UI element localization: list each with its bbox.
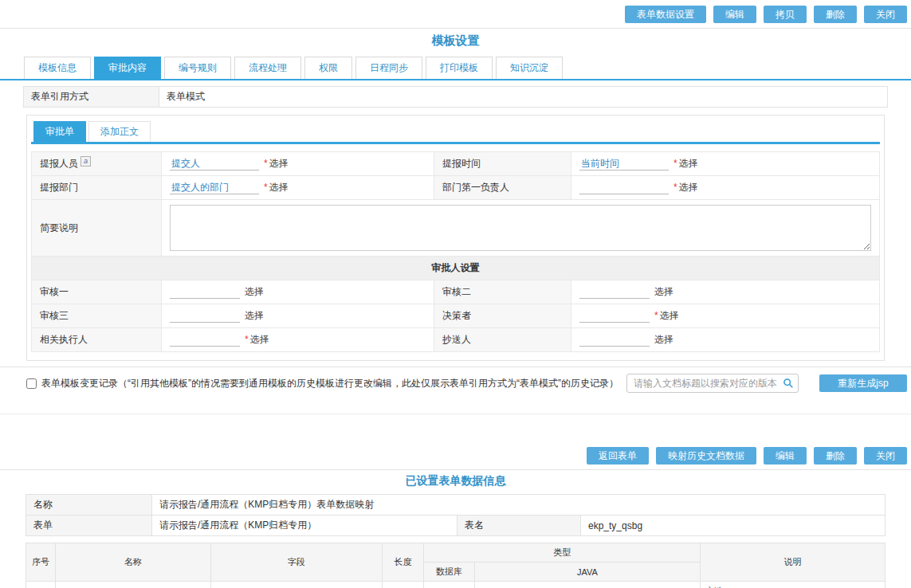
table-cell: 1 bbox=[26, 582, 56, 588]
dept-default-link[interactable]: 提交人的部门 bbox=[171, 182, 229, 193]
table-cell: fd_id bbox=[210, 582, 383, 588]
table-cell: VARCHAR bbox=[424, 582, 475, 588]
table-name-label: 表名 bbox=[457, 515, 581, 536]
dept-head-select-action[interactable]: 选择 bbox=[679, 182, 698, 193]
dept-head-input[interactable] bbox=[579, 182, 669, 194]
related-executor-input[interactable] bbox=[170, 334, 240, 347]
regenerate-jsp-button[interactable]: 重新生成jsp bbox=[819, 374, 907, 392]
mapping-name-label: 名称 bbox=[26, 495, 152, 515]
cc-input[interactable] bbox=[579, 334, 650, 347]
approver-section-title: 审批人设置 bbox=[32, 257, 880, 280]
form-field-table: 序号 名称 字段 长度 类型 说明 数据库 JAVA 1IDfd_id36VAR… bbox=[26, 543, 885, 588]
approver3-select-action[interactable]: 选择 bbox=[245, 310, 264, 321]
related-executor-select-action[interactable]: 选择 bbox=[250, 334, 269, 345]
form-reference-label: 表单引用方式 bbox=[24, 87, 159, 108]
tab-template-info[interactable]: 模板信息 bbox=[24, 57, 91, 79]
decision-maker-select-action[interactable]: 选择 bbox=[660, 310, 679, 321]
decision-maker-input[interactable] bbox=[579, 310, 650, 323]
dept-head-field: *选择 bbox=[571, 176, 880, 200]
mapping-form-value: 请示报告/通用流程（KMP归档专用） bbox=[152, 515, 457, 536]
approver1-input[interactable] bbox=[170, 286, 240, 299]
dept-input[interactable]: 提交人的部门 bbox=[170, 182, 259, 194]
approver3-label: 审核三 bbox=[32, 304, 162, 328]
dept-head-label: 部门第一负责人 bbox=[434, 176, 571, 200]
required-mark: * bbox=[673, 158, 677, 169]
table-cell: ID bbox=[55, 582, 210, 588]
col-java: JAVA bbox=[474, 563, 701, 582]
template-history-row: 表单模板变更记录（“引用其他模板”的情况需要到通用模板的历史模板进行更改编辑，此… bbox=[0, 367, 911, 401]
approver3-input[interactable] bbox=[170, 310, 240, 323]
tab-process-handling[interactable]: 流程处理 bbox=[234, 57, 301, 79]
col-db: 数据库 bbox=[424, 563, 475, 582]
table-name-value: ekp_ty_qsbg bbox=[581, 515, 885, 536]
table-row: 审核一 选择 审核二 选择 bbox=[32, 280, 880, 304]
tab-numbering-rule[interactable]: 编号规则 bbox=[164, 57, 231, 79]
submitter-label: 提报人员a bbox=[32, 152, 162, 176]
version-search-input[interactable] bbox=[626, 374, 799, 393]
cc-select-action[interactable]: 选择 bbox=[654, 334, 673, 345]
close-button[interactable]: 关闭 bbox=[864, 6, 907, 23]
template-toolbar: 表单数据设置 编辑 拷贝 删除 关闭 bbox=[0, 0, 911, 28]
required-mark: * bbox=[264, 182, 268, 193]
dept-field: 提交人的部门*选择 bbox=[162, 176, 434, 200]
edit-button[interactable]: 编辑 bbox=[713, 6, 756, 23]
submitter-input[interactable]: 提交人 bbox=[170, 158, 259, 171]
approval-form-box: 审批单 添加正文 提报人员a 提交人*选择 提报时间 当前时间*选择 提报部门 … bbox=[26, 115, 885, 361]
submitter-field: 提交人*选择 bbox=[162, 152, 434, 176]
tab-calendar-sync[interactable]: 日程同步 bbox=[355, 57, 422, 79]
copy-button[interactable]: 拷贝 bbox=[764, 6, 807, 23]
subtab-add-body[interactable]: 添加正文 bbox=[88, 121, 151, 142]
history-checkbox[interactable] bbox=[26, 378, 37, 389]
template-tabs: 模板信息 审批内容 编号规则 流程处理 权限 日程同步 打印模板 知识沉淀 bbox=[0, 53, 911, 80]
tab-permissions[interactable]: 权限 bbox=[304, 57, 352, 79]
table-header-row: 序号 名称 字段 长度 类型 说明 bbox=[26, 543, 885, 563]
table-row: 1IDfd_id36VARCHARjava.lang.String主键 bbox=[26, 582, 885, 588]
map-history-doc-data-button[interactable]: 映射历史文档数据 bbox=[656, 447, 756, 465]
history-checkbox-wrap: 表单模板变更记录（“引用其他模板”的情况需要到通用模板的历史模板进行更改编辑，此… bbox=[26, 377, 626, 390]
template-settings-panel: 表单数据设置 编辑 拷贝 删除 关闭 模板设置 模板信息 审批内容 编号规则 流… bbox=[0, 0, 911, 414]
submitter-label-text: 提报人员 bbox=[40, 158, 78, 169]
required-mark: * bbox=[264, 158, 268, 169]
col-field: 字段 bbox=[210, 543, 383, 582]
history-checkbox-label: 表单模板变更记录（“引用其他模板”的情况需要到通用模板的历史模板进行更改编辑，此… bbox=[41, 377, 618, 390]
approver2-field: 选择 bbox=[571, 280, 880, 304]
table-cell: java.lang.String bbox=[474, 582, 701, 588]
form-data-settings-button[interactable]: 表单数据设置 bbox=[625, 6, 706, 23]
submit-time-default-link[interactable]: 当前时间 bbox=[581, 158, 619, 169]
form-reference-table: 表单引用方式 表单模式 bbox=[23, 86, 888, 108]
form-data-info-panel: 返回表单 映射历史文档数据 编辑 删除 关闭 已设置表单数据信息 名称 请示报告… bbox=[0, 441, 911, 588]
tab-print-template[interactable]: 打印模板 bbox=[426, 57, 493, 79]
close-button[interactable]: 关闭 bbox=[864, 447, 907, 465]
approver2-input[interactable] bbox=[579, 286, 650, 299]
approver2-select-action[interactable]: 选择 bbox=[654, 286, 673, 297]
submitter-default-link[interactable]: 提交人 bbox=[171, 158, 200, 169]
required-mark: * bbox=[654, 310, 658, 321]
submitter-select-action[interactable]: 选择 bbox=[269, 158, 289, 169]
form-data-title: 已设置表单数据信息 bbox=[0, 470, 911, 492]
edit-button[interactable]: 编辑 bbox=[764, 447, 807, 465]
table-cell: 36 bbox=[383, 582, 424, 588]
back-to-form-button[interactable]: 返回表单 bbox=[587, 447, 649, 465]
submit-time-input[interactable]: 当前时间 bbox=[579, 158, 669, 171]
tab-approval-content[interactable]: 审批内容 bbox=[94, 57, 161, 79]
related-executor-label: 相关执行人 bbox=[32, 328, 162, 352]
tab-knowledge[interactable]: 知识沉淀 bbox=[496, 57, 563, 79]
form-subtabs: 审批单 添加正文 bbox=[31, 116, 880, 144]
col-seq: 序号 bbox=[26, 543, 56, 582]
search-icon[interactable] bbox=[783, 378, 794, 391]
approver1-label: 审核一 bbox=[32, 280, 162, 304]
submit-time-select-action[interactable]: 选择 bbox=[679, 158, 698, 169]
delete-button[interactable]: 删除 bbox=[814, 447, 857, 465]
decision-maker-label: 决策者 bbox=[434, 304, 571, 328]
table-row: 简要说明 bbox=[32, 200, 880, 257]
approver1-select-action[interactable]: 选择 bbox=[245, 286, 264, 297]
dept-select-action[interactable]: 选择 bbox=[269, 182, 289, 193]
subtab-approval-sheet[interactable]: 审批单 bbox=[33, 121, 86, 142]
approver1-field: 选择 bbox=[162, 280, 434, 304]
table-row: 名称 请示报告/通用流程（KMP归档专用）表单数据映射 bbox=[26, 495, 885, 515]
mapping-form-label: 表单 bbox=[26, 515, 152, 536]
summary-textarea[interactable] bbox=[170, 205, 871, 251]
decision-maker-field: *选择 bbox=[571, 304, 880, 328]
related-executor-field: *选择 bbox=[162, 328, 434, 352]
delete-button[interactable]: 删除 bbox=[814, 6, 857, 23]
